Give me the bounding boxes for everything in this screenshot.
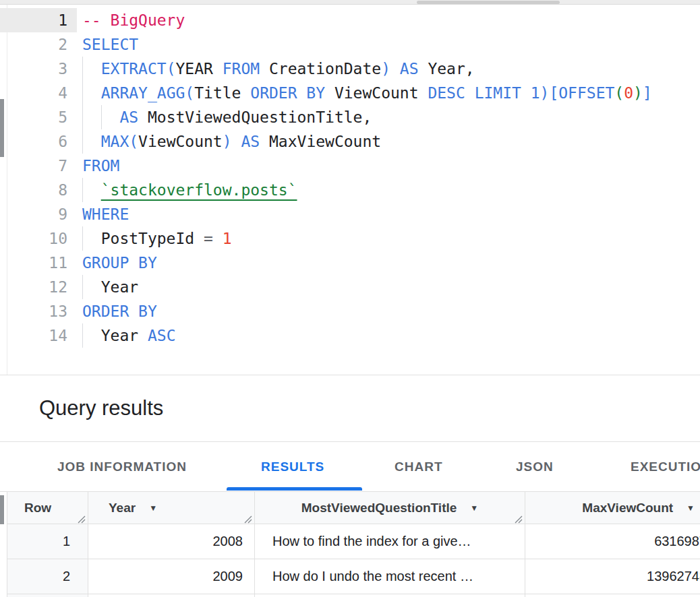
code-token: )	[223, 133, 232, 150]
indent-guide	[82, 57, 83, 81]
code-line-11[interactable]: 11GROUP BY	[0, 251, 700, 275]
code-token: )[OFFSET	[540, 84, 615, 102]
code-token: DESC LIMIT 1	[428, 84, 539, 102]
column-resize-icon[interactable]	[243, 512, 252, 522]
code-token: 0	[624, 84, 633, 102]
column-header-label: MostViewedQuestionTitle	[301, 501, 457, 515]
query-results-title: Query results	[39, 396, 163, 420]
line-number: 4	[0, 81, 77, 105]
tab-json[interactable]: JSON	[516, 442, 554, 491]
code-token	[390, 60, 400, 77]
code-token: YEAR	[175, 60, 222, 77]
code-text: ORDER BY	[77, 299, 700, 323]
code-line-9[interactable]: 9WHERE	[0, 202, 700, 226]
code-line-8[interactable]: 8 `stackoverflow.posts`	[0, 178, 700, 202]
row-number-cell	[7, 594, 88, 597]
code-token: =	[204, 230, 213, 247]
results-table: RowYear▼MostViewedQuestionTitle▼MaxViewC…	[7, 492, 700, 597]
column-header-mostviewedquestiontitle[interactable]: MostViewedQuestionTitle▼	[255, 492, 525, 524]
code-line-4[interactable]: 4 ARRAY_AGG(Title ORDER BY ViewCount DES…	[0, 81, 700, 105]
line-number: 10	[0, 226, 77, 251]
column-menu-arrow-icon[interactable]: ▼	[470, 503, 478, 513]
line-number: 1	[0, 8, 77, 32]
row-number-cell: 2	[7, 559, 88, 594]
code-token: SELECT	[82, 36, 138, 53]
column-menu-arrow-icon[interactable]: ▼	[687, 503, 695, 513]
line-number: 7	[0, 154, 77, 178]
sql-editor[interactable]: 1-- BigQuery2SELECT3 EXTRACT(YEAR FROM C…	[0, 5, 700, 375]
code-token	[232, 133, 241, 150]
column-resize-icon[interactable]	[76, 512, 86, 522]
tab-execution-details[interactable]: EXECUTION DETAILS	[631, 442, 700, 491]
code-token: ORDER BY	[82, 303, 157, 320]
table-reference-link[interactable]: `stackoverflow.posts`	[101, 181, 297, 199]
left-edge-scroll-fragment	[0, 495, 4, 524]
code-line-12[interactable]: 12 Year	[0, 275, 700, 299]
indent-guide	[82, 323, 83, 348]
query-results-header: Query results	[0, 375, 700, 442]
code-text: -- BigQuery	[77, 8, 700, 32]
indent-guide	[82, 178, 83, 202]
tab-results[interactable]: RESULTS	[261, 442, 324, 491]
code-token: ASC	[148, 327, 176, 344]
line-number: 5	[0, 105, 77, 129]
code-line-14[interactable]: 14 Year ASC	[0, 323, 700, 348]
results-tabbar: JOB INFORMATIONRESULTSCHARTJSONEXECUTION…	[0, 442, 700, 492]
code-line-6[interactable]: 6 MAX(ViewCount) AS MaxViewCount	[0, 129, 700, 154]
code-token	[82, 60, 101, 77]
code-line-2[interactable]: 2SELECT	[0, 32, 700, 57]
code-token: EXTRACT(	[101, 60, 176, 77]
column-header-maxviewcount[interactable]: MaxViewCount▼	[525, 492, 700, 524]
code-token: ViewCount	[138, 133, 223, 150]
code-line-5[interactable]: 5 AS MostViewedQuestionTitle,	[0, 105, 700, 129]
tab-job-information[interactable]: JOB INFORMATION	[57, 442, 187, 491]
data-cell	[255, 594, 525, 597]
tab-chart[interactable]: CHART	[395, 442, 443, 491]
code-line-3[interactable]: 3 EXTRACT(YEAR FROM CreationDate) AS Yea…	[0, 57, 700, 81]
code-text: Year ASC	[77, 323, 700, 348]
code-token: FROM	[82, 157, 119, 175]
column-header-year[interactable]: Year▼	[88, 492, 255, 524]
data-cell: 13962748	[525, 559, 700, 594]
code-text: PostTypeId = 1	[77, 226, 700, 251]
row-number-cell: 1	[7, 524, 88, 559]
code-token: AS	[119, 108, 138, 126]
code-token	[82, 84, 101, 102]
code-line-1[interactable]: 1-- BigQuery	[0, 8, 700, 32]
column-menu-arrow-icon[interactable]: ▼	[149, 503, 157, 513]
code-text: SELECT	[77, 32, 700, 57]
code-token: AS	[241, 133, 260, 150]
column-header-row[interactable]: Row	[7, 492, 88, 524]
horizontal-scrollbar[interactable]	[0, 0, 700, 5]
table-header-row: RowYear▼MostViewedQuestionTitle▼MaxViewC…	[7, 492, 700, 524]
line-number: 14	[0, 323, 77, 348]
line-number: 2	[0, 32, 77, 57]
horizontal-scrollbar-thumb[interactable]	[417, 1, 560, 4]
code-token: ORDER BY	[250, 84, 325, 102]
indent-guide	[82, 105, 83, 129]
data-cell: How to find the index for a give…	[255, 524, 525, 559]
code-token: ]	[643, 84, 652, 102]
data-cell	[88, 594, 255, 597]
code-line-10[interactable]: 10 PostTypeId = 1	[0, 226, 700, 251]
code-line-7[interactable]: 7FROM	[0, 154, 700, 178]
table-row: 22009How do I undo the most recent …1396…	[7, 559, 700, 594]
column-resize-icon[interactable]	[513, 512, 523, 522]
indent-guide	[101, 105, 102, 129]
code-token: ARRAY_AGG(	[101, 84, 194, 102]
data-cell	[525, 594, 700, 597]
line-number: 3	[0, 57, 77, 81]
code-token: )	[381, 60, 390, 77]
code-token: MostViewedQuestionTitle,	[138, 108, 372, 126]
code-token: Year,	[419, 60, 475, 77]
data-cell: 2008	[88, 524, 255, 559]
bigquery-results-panel: 1-- BigQuery2SELECT3 EXTRACT(YEAR FROM C…	[0, 0, 700, 597]
data-cell: 6316987	[525, 524, 700, 559]
code-token	[82, 133, 101, 150]
code-token: MAX(	[101, 133, 138, 150]
code-line-13[interactable]: 13ORDER BY	[0, 299, 700, 323]
line-number: 12	[0, 275, 77, 299]
code-token: CreationDate	[260, 60, 381, 77]
code-token	[213, 230, 223, 247]
indent-guide	[82, 81, 83, 105]
